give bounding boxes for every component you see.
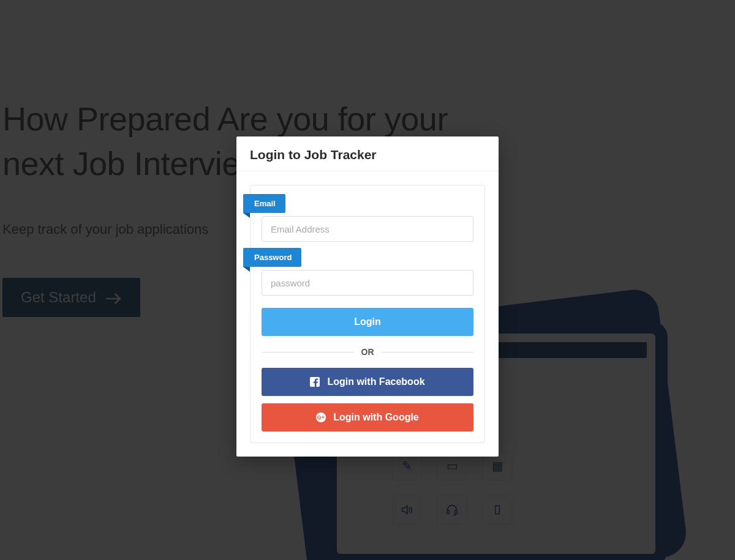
login-modal: Login to Job Tracker Email Password Logi… (236, 136, 499, 457)
or-text: OR (354, 347, 382, 357)
svg-text:G+: G+ (317, 414, 325, 420)
password-input[interactable] (262, 270, 473, 296)
email-field-group: Email (262, 200, 473, 242)
modal-overlay[interactable]: Login to Job Tracker Email Password Logi… (0, 0, 735, 560)
password-label: Password (243, 248, 301, 267)
email-label: Email (243, 194, 285, 213)
facebook-button-label: Login with Facebook (327, 376, 424, 387)
facebook-icon (310, 377, 320, 387)
email-input[interactable] (262, 216, 473, 242)
login-google-button[interactable]: G+ Login with Google (262, 403, 473, 431)
modal-title: Login to Job Tracker (250, 147, 485, 162)
or-divider: OR (262, 347, 473, 357)
password-field-group: Password (262, 254, 473, 296)
login-button[interactable]: Login (262, 308, 473, 336)
google-plus-icon: G+ (316, 413, 326, 422)
login-facebook-button[interactable]: Login with Facebook (262, 368, 473, 396)
login-button-label: Login (354, 316, 381, 327)
login-panel: Email Password Login OR Log (250, 185, 485, 443)
modal-header: Login to Job Tracker (236, 136, 499, 171)
google-button-label: Login with Google (333, 412, 419, 423)
